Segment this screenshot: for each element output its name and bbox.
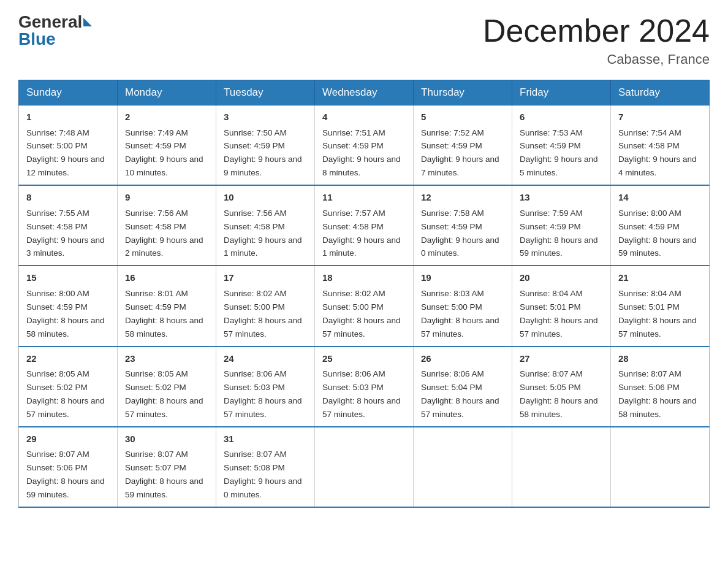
day-info: Sunrise: 8:06 AMSunset: 5:03 PMDaylight:… <box>224 369 302 419</box>
day-info: Sunrise: 7:49 AMSunset: 4:59 PMDaylight:… <box>125 128 203 178</box>
day-number: 23 <box>125 352 208 366</box>
day-info: Sunrise: 7:57 AMSunset: 4:58 PMDaylight:… <box>322 209 401 258</box>
day-info: Sunrise: 7:58 AMSunset: 4:59 PMDaylight:… <box>421 209 499 258</box>
day-info: Sunrise: 8:04 AMSunset: 5:01 PMDaylight:… <box>618 289 697 339</box>
calendar-cell: 6Sunrise: 7:53 AMSunset: 4:59 PMDaylight… <box>512 105 611 186</box>
day-info: Sunrise: 7:55 AMSunset: 4:58 PMDaylight:… <box>26 209 105 258</box>
month-title: December 2024 <box>483 12 710 49</box>
calendar-cell <box>414 427 512 507</box>
col-header-sunday: Sunday <box>19 80 118 105</box>
day-info: Sunrise: 8:03 AMSunset: 5:00 PMDaylight:… <box>421 289 499 339</box>
day-info: Sunrise: 7:56 AMSunset: 4:58 PMDaylight:… <box>224 209 302 258</box>
page-header: General Blue December 2024 Cabasse, Fran… <box>18 12 710 67</box>
calendar-cell: 17Sunrise: 8:02 AMSunset: 5:00 PMDayligh… <box>216 266 315 346</box>
location-label: Cabasse, France <box>483 52 710 67</box>
title-area: December 2024 Cabasse, France <box>483 12 710 67</box>
day-number: 1 <box>26 110 110 124</box>
day-info: Sunrise: 7:54 AMSunset: 4:58 PMDaylight:… <box>618 128 697 178</box>
calendar-header-row: SundayMondayTuesdayWednesdayThursdayFrid… <box>19 80 710 105</box>
day-number: 25 <box>322 352 406 366</box>
day-info: Sunrise: 8:05 AMSunset: 5:02 PMDaylight:… <box>26 369 105 419</box>
calendar-cell: 24Sunrise: 8:06 AMSunset: 5:03 PMDayligh… <box>216 347 315 427</box>
calendar-cell: 7Sunrise: 7:54 AMSunset: 4:58 PMDaylight… <box>611 105 710 186</box>
calendar-cell: 26Sunrise: 8:06 AMSunset: 5:04 PMDayligh… <box>414 347 512 427</box>
calendar-cell: 13Sunrise: 7:59 AMSunset: 4:59 PMDayligh… <box>512 185 611 266</box>
calendar-cell: 22Sunrise: 8:05 AMSunset: 5:02 PMDayligh… <box>19 347 118 427</box>
day-info: Sunrise: 8:07 AMSunset: 5:06 PMDaylight:… <box>26 450 105 499</box>
day-number: 11 <box>322 191 406 205</box>
calendar-cell: 30Sunrise: 8:07 AMSunset: 5:07 PMDayligh… <box>118 427 216 507</box>
day-info: Sunrise: 7:50 AMSunset: 4:59 PMDaylight:… <box>224 128 302 178</box>
day-number: 4 <box>322 110 406 124</box>
calendar-cell: 4Sunrise: 7:51 AMSunset: 4:59 PMDaylight… <box>315 105 414 186</box>
day-number: 8 <box>26 191 110 205</box>
day-number: 14 <box>618 191 702 205</box>
day-info: Sunrise: 8:07 AMSunset: 5:05 PMDaylight:… <box>520 369 598 419</box>
day-info: Sunrise: 7:48 AMSunset: 5:00 PMDaylight:… <box>26 128 105 178</box>
calendar-cell: 1Sunrise: 7:48 AMSunset: 5:00 PMDaylight… <box>19 105 118 186</box>
calendar-cell: 2Sunrise: 7:49 AMSunset: 4:59 PMDaylight… <box>118 105 216 186</box>
calendar-table: SundayMondayTuesdayWednesdayThursdayFrid… <box>18 80 710 508</box>
day-info: Sunrise: 7:53 AMSunset: 4:59 PMDaylight:… <box>520 128 598 178</box>
calendar-cell: 3Sunrise: 7:50 AMSunset: 4:59 PMDaylight… <box>216 105 315 186</box>
logo-arrow-icon <box>83 18 92 26</box>
day-number: 6 <box>520 110 603 124</box>
day-number: 5 <box>421 110 504 124</box>
col-header-friday: Friday <box>512 80 611 105</box>
day-number: 7 <box>618 110 702 124</box>
day-number: 20 <box>520 271 603 285</box>
calendar-cell: 8Sunrise: 7:55 AMSunset: 4:58 PMDaylight… <box>19 185 118 266</box>
day-info: Sunrise: 8:07 AMSunset: 5:06 PMDaylight:… <box>618 369 697 419</box>
day-number: 22 <box>26 352 110 366</box>
logo: General Blue <box>18 12 93 49</box>
day-number: 29 <box>26 432 110 446</box>
calendar-cell: 12Sunrise: 7:58 AMSunset: 4:59 PMDayligh… <box>414 185 512 266</box>
day-number: 2 <box>125 110 208 124</box>
col-header-saturday: Saturday <box>611 80 710 105</box>
day-number: 13 <box>520 191 603 205</box>
calendar-cell: 14Sunrise: 8:00 AMSunset: 4:59 PMDayligh… <box>611 185 710 266</box>
calendar-cell: 11Sunrise: 7:57 AMSunset: 4:58 PMDayligh… <box>315 185 414 266</box>
col-header-thursday: Thursday <box>414 80 512 105</box>
day-info: Sunrise: 8:07 AMSunset: 5:07 PMDaylight:… <box>125 450 203 499</box>
calendar-cell: 21Sunrise: 8:04 AMSunset: 5:01 PMDayligh… <box>611 266 710 346</box>
logo-blue-text: Blue <box>18 29 56 48</box>
day-info: Sunrise: 8:00 AMSunset: 4:59 PMDaylight:… <box>26 289 105 339</box>
calendar-week-row: 29Sunrise: 8:07 AMSunset: 5:06 PMDayligh… <box>19 427 710 507</box>
day-info: Sunrise: 8:01 AMSunset: 4:59 PMDaylight:… <box>125 289 203 339</box>
day-number: 15 <box>26 271 110 285</box>
calendar-cell: 10Sunrise: 7:56 AMSunset: 4:58 PMDayligh… <box>216 185 315 266</box>
calendar-cell: 31Sunrise: 8:07 AMSunset: 5:08 PMDayligh… <box>216 427 315 507</box>
day-number: 3 <box>224 110 307 124</box>
col-header-monday: Monday <box>118 80 216 105</box>
day-number: 16 <box>125 271 208 285</box>
calendar-week-row: 22Sunrise: 8:05 AMSunset: 5:02 PMDayligh… <box>19 347 710 427</box>
day-number: 31 <box>224 432 307 446</box>
day-number: 28 <box>618 352 702 366</box>
calendar-cell <box>315 427 414 507</box>
calendar-cell: 28Sunrise: 8:07 AMSunset: 5:06 PMDayligh… <box>611 347 710 427</box>
day-info: Sunrise: 7:52 AMSunset: 4:59 PMDaylight:… <box>421 128 499 178</box>
calendar-week-row: 8Sunrise: 7:55 AMSunset: 4:58 PMDaylight… <box>19 185 710 266</box>
day-number: 17 <box>224 271 307 285</box>
day-number: 12 <box>421 191 504 205</box>
calendar-cell: 25Sunrise: 8:06 AMSunset: 5:03 PMDayligh… <box>315 347 414 427</box>
calendar-cell <box>611 427 710 507</box>
day-number: 10 <box>224 191 307 205</box>
day-info: Sunrise: 8:02 AMSunset: 5:00 PMDaylight:… <box>322 289 401 339</box>
calendar-week-row: 15Sunrise: 8:00 AMSunset: 4:59 PMDayligh… <box>19 266 710 346</box>
calendar-cell: 19Sunrise: 8:03 AMSunset: 5:00 PMDayligh… <box>414 266 512 346</box>
day-number: 27 <box>520 352 603 366</box>
day-info: Sunrise: 8:04 AMSunset: 5:01 PMDaylight:… <box>520 289 598 339</box>
calendar-cell: 23Sunrise: 8:05 AMSunset: 5:02 PMDayligh… <box>118 347 216 427</box>
calendar-cell <box>512 427 611 507</box>
day-info: Sunrise: 7:51 AMSunset: 4:59 PMDaylight:… <box>322 128 401 178</box>
day-number: 30 <box>125 432 208 446</box>
day-number: 9 <box>125 191 208 205</box>
day-info: Sunrise: 8:07 AMSunset: 5:08 PMDaylight:… <box>224 450 302 499</box>
calendar-cell: 16Sunrise: 8:01 AMSunset: 4:59 PMDayligh… <box>118 266 216 346</box>
day-number: 18 <box>322 271 406 285</box>
day-info: Sunrise: 8:06 AMSunset: 5:03 PMDaylight:… <box>322 369 401 419</box>
col-header-wednesday: Wednesday <box>315 80 414 105</box>
calendar-cell: 18Sunrise: 8:02 AMSunset: 5:00 PMDayligh… <box>315 266 414 346</box>
